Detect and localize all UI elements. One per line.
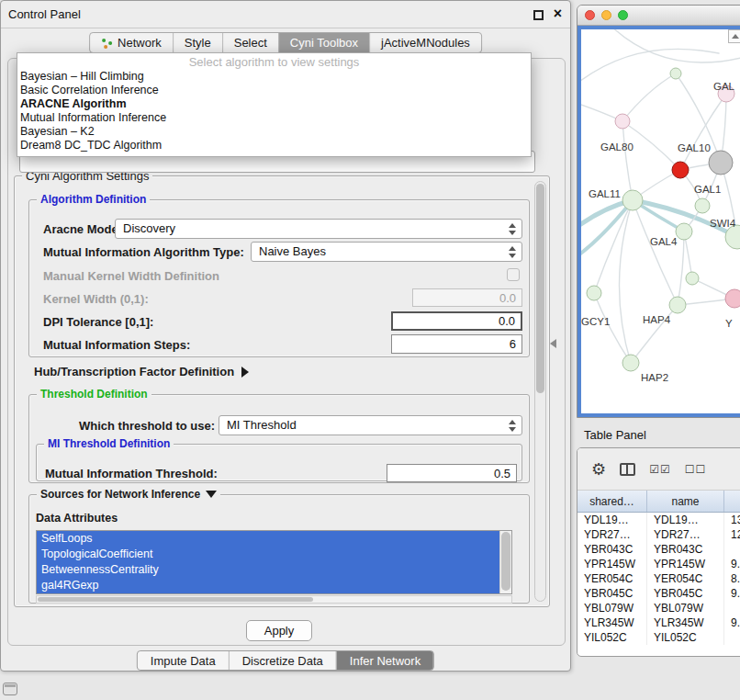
attribute-list-vertical-scrollbar[interactable] [499, 531, 511, 593]
close-traffic-light[interactable] [585, 10, 595, 20]
network-edge[interactable] [622, 73, 676, 121]
network-node-y[interactable] [725, 289, 740, 308]
settings-scrollbar[interactable] [534, 181, 546, 602]
gear-icon[interactable]: ⚙ [591, 461, 606, 478]
table-row[interactable]: YDR27…YDR27…12 [577, 527, 740, 542]
algorithm-option-bayesian-k2[interactable]: Bayesian – K2 [17, 125, 531, 139]
network-node-hap4[interactable] [669, 297, 686, 313]
algorithm-option-basic-correlation-inference[interactable]: Basic Correlation Inference [17, 84, 531, 97]
table-cell: YER054C [647, 571, 724, 586]
table-row[interactable]: YER054CYER054C8. [577, 571, 740, 586]
kernel-width-label: Kernel Width (0,1): [43, 292, 149, 306]
algorithm-option-bayesian-hill-climbing[interactable]: Bayesian – Hill Climbing [17, 70, 531, 84]
network-node-gal80[interactable] [615, 114, 630, 129]
tab-label: Style [185, 36, 211, 50]
attribute-item-betweennesscentrality[interactable]: BetweennessCentrality [37, 562, 499, 578]
attribute-item-topologicalcoefficient[interactable]: TopologicalCoefficient [37, 547, 499, 562]
aracne-mode-label: Aracne Mode: [43, 222, 122, 236]
network-window-titlebar[interactable] [577, 6, 740, 26]
tab-infer-network[interactable]: Infer Network [336, 651, 433, 670]
network-node[interactable] [670, 68, 681, 79]
network-canvas[interactable]: GALGAL80GAL10GAL11GAL1SWI4GAL4GCY1HAP4YH… [577, 26, 740, 417]
table-row[interactable]: YLR345WYLR345W9. [577, 615, 740, 630]
scrollbar-thumb[interactable] [501, 532, 510, 591]
columns-icon[interactable] [620, 463, 635, 476]
table-row[interactable]: YBR045CYBR045C9. [577, 586, 740, 601]
network-edge[interactable] [622, 121, 633, 200]
network-edge[interactable] [609, 29, 740, 62]
deselect-all-icon[interactable]: ☐☐ [685, 464, 707, 475]
control-panel-titlebar[interactable]: Control Panel × [1, 1, 570, 28]
mi-steps-field[interactable]: 6 [391, 334, 522, 354]
algorithm-option-aracne-algorithm[interactable]: ARACNE Algorithm [17, 97, 531, 111]
manual-kernel-width-label: Manual Kernel Width Definition [43, 269, 219, 283]
aracne-mode-select[interactable]: Discovery [115, 219, 522, 239]
network-node-gal10[interactable] [672, 162, 689, 178]
algorithm-option-dream8-dc-tdc-algorithm[interactable]: Dream8 DC_TDC Algorithm [17, 139, 531, 152]
data-attributes-list[interactable]: SelfLoopsTopologicalCoefficientBetweenne… [36, 530, 512, 594]
table-row[interactable]: YPR145WYPR145W9. [577, 557, 740, 571]
tab-network[interactable]: Network [90, 33, 173, 52]
table-row[interactable]: YBR043CYBR043C [577, 542, 740, 557]
scrollbar-thumb[interactable] [536, 184, 544, 393]
float-panel-button[interactable] [533, 10, 544, 20]
attribute-list-horizontal-scrollbar[interactable] [36, 595, 512, 604]
table-cell: YBL079W [577, 601, 647, 615]
close-panel-button[interactable]: × [554, 6, 562, 22]
tab-style[interactable]: Style [173, 33, 222, 52]
scrollbar-thumb[interactable] [38, 597, 313, 602]
panel-dock-icon[interactable] [3, 683, 17, 695]
scroll-up-button[interactable] [728, 29, 740, 43]
network-node-label: SWI4 [710, 218, 736, 229]
manual-kernel-width-checkbox[interactable] [507, 268, 520, 281]
network-node[interactable] [686, 272, 699, 285]
column-header-extra[interactable] [724, 491, 740, 512]
dpi-tolerance-field[interactable]: 0.0 [391, 311, 522, 331]
mi-algorithm-type-select[interactable]: Naive Bayes [251, 242, 522, 262]
network-node[interactable] [709, 151, 733, 175]
select-all-icon[interactable]: ☑☑ [649, 464, 671, 475]
tab-impute-data[interactable]: Impute Data [138, 651, 229, 670]
table-cell: 12 [724, 527, 740, 542]
table-cell: YBL079W [647, 601, 724, 615]
network-edge[interactable] [678, 231, 684, 305]
tab-discretize-data[interactable]: Discretize Data [229, 651, 336, 670]
tab-select[interactable]: Select [222, 33, 278, 52]
tab-jactivemnodules[interactable]: jActiveMNodules [369, 33, 481, 52]
tab-cyni-toolbox[interactable]: Cyni Toolbox [278, 33, 369, 52]
table-row[interactable]: YIL052CYIL052C [577, 630, 740, 645]
mi-threshold-label: Mutual Information Threshold: [45, 467, 218, 480]
network-edge[interactable] [581, 49, 719, 85]
apply-button[interactable]: Apply [246, 620, 312, 641]
hub-definition-expander[interactable]: Hub/Transcription Factor Definition [34, 365, 249, 378]
table-row[interactable]: YDL19…YDL19…13 [577, 513, 740, 527]
table-cell: 9. [724, 557, 740, 571]
attribute-item-gal4rgexp[interactable]: gal4RGexp [37, 578, 499, 593]
column-header-name[interactable]: name [647, 491, 724, 512]
table-cell [724, 542, 740, 557]
network-node-gal4[interactable] [676, 223, 692, 240]
zoom-traffic-light[interactable] [618, 10, 628, 20]
mi-threshold-field[interactable]: 0.5 [387, 464, 517, 482]
table-cell: YDR27… [577, 527, 647, 542]
network-edge[interactable] [594, 293, 631, 363]
table-cell: YDL19… [647, 513, 724, 527]
minimize-traffic-light[interactable] [601, 10, 611, 20]
kernel-width-field[interactable]: 0.0 [412, 288, 522, 307]
network-node-gcy1[interactable] [587, 286, 601, 300]
which-threshold-select[interactable]: MI Threshold [219, 415, 522, 435]
table-row[interactable]: YBL079WYBL079W [577, 601, 740, 615]
network-node-gal11[interactable] [622, 190, 643, 210]
table-cell: YIL052C [647, 630, 724, 645]
network-node-gal1[interactable] [695, 198, 710, 213]
network-node-label: GAL1 [694, 184, 721, 195]
splitpane-collapse-handle[interactable] [550, 339, 556, 348]
attribute-item-selfloops[interactable]: SelfLoops [37, 531, 499, 547]
table-header-row: shared…name [577, 491, 740, 513]
sources-group-header[interactable]: Sources for Network Inference [37, 488, 220, 501]
table-cell: 9. [724, 615, 740, 630]
column-header-shared[interactable]: shared… [577, 491, 647, 512]
network-node-hap2[interactable] [622, 355, 639, 371]
table-panel-title: Table Panel [584, 428, 646, 442]
algorithm-option-mutual-information-inference[interactable]: Mutual Information Inference [17, 111, 531, 125]
